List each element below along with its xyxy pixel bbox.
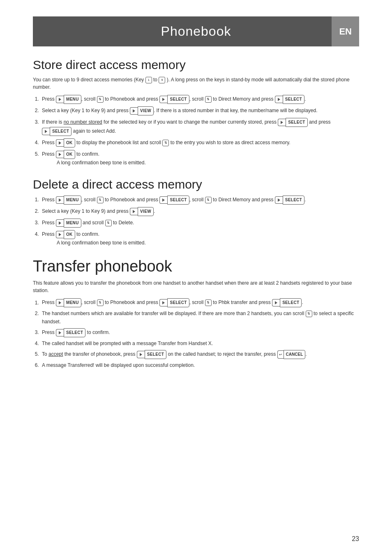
select-btn-3a: SELECT xyxy=(159,298,189,307)
step-3-6: A message Transferred! will be displayed… xyxy=(40,362,359,369)
select-btn-2a: SELECT xyxy=(159,196,189,205)
step-2-2: Select a key (Key 1 to Key 9) and press … xyxy=(40,207,359,216)
select-btn-3c: SELECT xyxy=(56,328,85,337)
step-1-1: Press MENU , scroll ⇅ to Phonebook and p… xyxy=(40,95,359,104)
step-3-5: To accept the transfer of phonebook, pre… xyxy=(40,350,359,359)
select-btn-1b: SELECT xyxy=(275,95,304,104)
section1-steps: Press MENU , scroll ⇅ to Phonebook and p… xyxy=(40,95,359,167)
section3-title: Transfer phonebook xyxy=(33,258,359,275)
page-number: 23 xyxy=(352,535,359,543)
step-3-3: Press SELECT to confirm. xyxy=(40,328,359,337)
select-btn-3d: SELECT xyxy=(137,350,166,359)
step-1-4: Press OK to display the phonebook list a… xyxy=(40,138,359,147)
step-3-4: The called handset will be prompted with… xyxy=(40,340,359,348)
cancel-btn-3: ↩ CANCEL xyxy=(277,350,306,359)
scroll-icon-3a: ⇅ xyxy=(97,299,104,306)
step-2-4: Press OK to confirm. A long confirmation… xyxy=(40,230,359,247)
menu-btn-2: MENU xyxy=(56,196,81,205)
section3-intro: This feature allows you to transfer the … xyxy=(33,279,359,294)
page-title: Phonebook xyxy=(161,24,231,39)
select-btn-3b: SELECT xyxy=(272,298,302,307)
key9-icon: 9 xyxy=(159,77,165,83)
select-btn-1c: SELECT xyxy=(278,118,307,127)
scroll-icon-1b: ⇅ xyxy=(205,96,212,103)
section3-steps: Press MENU , scroll ⇅ to Phonebook and p… xyxy=(40,298,359,369)
step-1-5-note: A long confirmation beep tone is emitted… xyxy=(57,160,146,166)
scroll-icon-1a: ⇅ xyxy=(97,96,104,103)
section2-steps: Press MENU , scroll ⇅ to Phonebook and p… xyxy=(40,196,359,247)
view-btn-1: VIEW xyxy=(130,106,154,115)
scroll-icon-3b: ⇅ xyxy=(205,299,212,306)
step-2-3: Press MENU and scroll ⇅ to Delete. xyxy=(40,219,359,228)
section-transfer: Transfer phonebook This feature allows y… xyxy=(33,258,359,369)
scroll-icon-3c: ⇅ xyxy=(306,311,312,317)
select-btn-1d: SELECT xyxy=(42,127,71,136)
lang-badge: EN xyxy=(332,16,359,46)
select-btn-2b: SELECT xyxy=(275,196,304,205)
menu-btn-3: MENU xyxy=(56,298,81,307)
ok-btn-2: OK xyxy=(56,230,75,239)
section-store-direct: Store direct access memory You can store… xyxy=(33,58,359,167)
step-3-2: The handset numbers which are available … xyxy=(40,310,359,325)
key1-icon: 1 xyxy=(145,77,152,83)
section-delete-direct: Delete a direct access memory Press MENU… xyxy=(33,177,359,247)
step-2-4-note: A long confirmation beep tone is emitted… xyxy=(57,240,146,246)
view-btn-2: VIEW xyxy=(130,207,154,216)
step-1-5: Press OK to confirm. A long confirmation… xyxy=(40,150,359,167)
scroll-icon-2a: ⇅ xyxy=(97,197,104,203)
scroll-icon-1c: ⇅ xyxy=(162,140,169,146)
scroll-icon-2c: ⇅ xyxy=(105,220,112,226)
ok-btn-1a: OK xyxy=(56,138,75,147)
header-bar: Phonebook EN xyxy=(33,16,359,46)
select-btn-1a: SELECT xyxy=(159,95,189,104)
section1-title: Store direct access memory xyxy=(33,58,359,72)
section1-intro: You can store up to 9 direct access memo… xyxy=(33,76,359,91)
step-2-1: Press MENU , scroll ⇅ to Phonebook and p… xyxy=(40,196,359,205)
menu-btn-1: MENU xyxy=(56,95,81,104)
page: Phonebook EN Store direct access memory … xyxy=(0,0,392,555)
section2-title: Delete a direct access memory xyxy=(33,177,359,191)
step-1-2: Select a key (Key 1 to Key 9) and press … xyxy=(40,106,359,115)
step-3-1: Press MENU , scroll ⇅ to Phonebook and p… xyxy=(40,298,359,307)
scroll-icon-2b: ⇅ xyxy=(205,197,212,203)
ok-btn-1b: OK xyxy=(56,150,75,159)
step-1-3: If there is no number stored for the sel… xyxy=(40,118,359,136)
menu-btn-2b: MENU xyxy=(56,219,81,228)
